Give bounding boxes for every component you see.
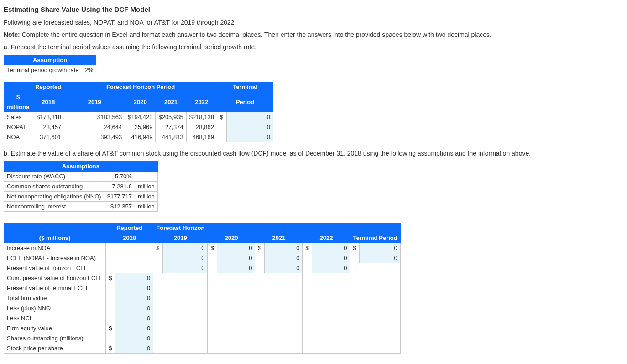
- t3-row-totfirm: Total firm value 0: [4, 293, 401, 303]
- t3-incnoa-term-i[interactable]: 0: [360, 243, 400, 253]
- t3-fcff-2021-i[interactable]: 0: [265, 253, 303, 263]
- t3-totfirm-2018-i[interactable]: 0: [115, 293, 153, 303]
- t3-hdr-col0: ($ millions): [4, 223, 106, 243]
- t3-hdr-terminal: Terminal Period: [350, 223, 400, 243]
- t3-hdr-2020blank: [208, 223, 255, 233]
- note-line: Note: Complete the entire question in Ex…: [4, 30, 623, 40]
- t3-pvhoriz-2019-i[interactable]: 0: [163, 263, 208, 273]
- t1-hdr-horizon: Forecast Horizon Period: [64, 82, 217, 92]
- t3-row-incnoa: Increase in NOA $ 0 $ 0 $ 0 $ 0 $ 0: [4, 243, 401, 253]
- t1-row-nopat: NOPAT 23,457 24,644 25,969 27,374 28,862…: [4, 122, 273, 132]
- part-b-text: b. Estimate the value of a share of AT&T…: [4, 149, 623, 158]
- forecast-table: Reported Forecast Horizon Period Termina…: [4, 82, 273, 142]
- t1-y2021: 2021: [156, 92, 186, 112]
- t3-price-2018-d: $: [106, 343, 115, 354]
- assumptions-header: Assumptions: [4, 161, 158, 172]
- t1-noa-2022: 468,169: [186, 132, 217, 142]
- t3-lessnno-label: Less (plus) NNO: [4, 303, 106, 313]
- assump-wacc-val: 5.70%: [104, 172, 135, 182]
- t1-noa-2020: 416,949: [125, 132, 156, 142]
- t1-noa-2018: 371,601: [32, 132, 64, 142]
- t3-cumpv-label: Cum. present value of horizon FCFF: [4, 273, 106, 283]
- t3-y2022: 2022: [303, 233, 350, 243]
- t3-row-pvterm: Present value of terminal FCFF 0: [4, 283, 401, 293]
- t3-fcff-2019-i[interactable]: 0: [163, 253, 208, 263]
- t1-nopat-2022: 28,862: [186, 122, 217, 132]
- t1-sales-2021: $205,935: [156, 112, 186, 122]
- t3-row-cumpv: Cum. present value of horizon FCFF $ 0: [4, 273, 401, 283]
- assump-nci-label: Noncontrolling interest: [4, 202, 104, 212]
- t3-pvhoriz-2020-i[interactable]: 0: [217, 263, 255, 273]
- t3-row-shares: Shares outstanding (millions) 0: [4, 333, 401, 343]
- t1-y2020: 2020: [125, 92, 156, 112]
- t3-hdr-2021blank: [255, 223, 303, 233]
- t1-col0b: millions: [4, 102, 32, 112]
- t1-hdr-terminal: Terminal: [217, 82, 273, 92]
- t3-equity-label: Firm equity value: [4, 323, 106, 333]
- t3-y2019: 2019: [153, 233, 208, 243]
- t1-hdr-reported: Reported: [32, 82, 64, 92]
- assumption-table: Assumption Terminal period growth rate 2…: [4, 55, 96, 75]
- t3-hdr-reported: Reported: [106, 223, 153, 233]
- t3-shares-2018-i[interactable]: 0: [115, 333, 153, 343]
- t3-lessnci-label: Less NCI: [4, 313, 106, 323]
- t3-incnoa-2021-d: $: [255, 243, 265, 253]
- t3-incnoa-2020-i[interactable]: 0: [217, 243, 255, 253]
- t3-fcff-2022-i[interactable]: 0: [312, 253, 350, 263]
- assump-shares-val: 7,281.6: [104, 182, 135, 192]
- t3-incnoa-2022-d: $: [303, 243, 312, 253]
- t3-y2020: 2020: [208, 233, 255, 243]
- assumption-header: Assumption: [4, 55, 96, 65]
- t1-noa-term-input[interactable]: 0: [226, 132, 273, 142]
- t3-row-lessnno: Less (plus) NNO 0: [4, 303, 401, 313]
- t3-row-price: Stock price per share $ 0: [4, 343, 401, 354]
- t1-nopat-2019: 24,644: [64, 122, 125, 132]
- t3-hdr-2022blank: [303, 223, 350, 233]
- t3-row-lessnci: Less NCI 0: [4, 313, 401, 323]
- t3-totfirm-label: Total firm value: [4, 293, 106, 303]
- t3-incnoa-2022-i[interactable]: 0: [312, 243, 350, 253]
- t1-sales-term-input[interactable]: 0: [226, 112, 273, 122]
- t3-hdr-forecast: Forecast Horizon: [153, 223, 208, 233]
- t3-price-2018-i[interactable]: 0: [115, 343, 153, 354]
- dcf-table: ($ millions) Reported Forecast Horizon T…: [4, 223, 401, 354]
- t3-pvterm-label: Present value of terminal FCFF: [4, 283, 106, 293]
- t1-noa-2019: 393,493: [64, 132, 125, 142]
- t3-cumpv-2018-i[interactable]: 0: [115, 273, 153, 283]
- assump-nci-val: $12,357: [104, 202, 135, 212]
- t1-nopat-label: NOPAT: [4, 122, 32, 132]
- t1-y2019: 2019: [64, 92, 125, 112]
- t3-pvhoriz-2021-i[interactable]: 0: [265, 263, 303, 273]
- t1-sales-2022: $218,138: [186, 112, 217, 122]
- t3-lessnci-2018-i[interactable]: 0: [115, 313, 153, 323]
- t1-row-noa: NOA 371,601 393,493 416,949 441,813 468,…: [4, 132, 273, 142]
- t3-row-pvhoriz: Present value of horizon FCFF 0 0 0 0: [4, 263, 401, 273]
- t3-incnoa-2019-d: $: [153, 243, 163, 253]
- assumption-label: Terminal period growth rate: [4, 65, 82, 75]
- t3-equity-2018-i[interactable]: 0: [115, 323, 153, 333]
- t1-y2022: 2022: [186, 92, 217, 112]
- t1-nopat-term-input[interactable]: 0: [226, 122, 273, 132]
- note-label: Note:: [4, 31, 20, 38]
- assumption-value: 2%: [82, 65, 96, 75]
- t3-fcff-2020-i[interactable]: 0: [217, 253, 255, 263]
- t3-pvterm-2018-i[interactable]: 0: [115, 283, 153, 293]
- t1-period: Period: [217, 92, 273, 112]
- t1-hdr-blank: [4, 82, 32, 92]
- t3-pvhoriz-2022-i[interactable]: 0: [312, 263, 350, 273]
- t3-lessnno-2018-i[interactable]: 0: [115, 303, 153, 313]
- t1-sales-2019: $183,563: [64, 112, 125, 122]
- assump-shares-label: Common shares outstanding: [4, 182, 104, 192]
- t3-y2018: 2018: [106, 233, 153, 243]
- t3-fcff-term-i[interactable]: 0: [360, 253, 400, 263]
- t3-equity-2018-d: $: [106, 323, 115, 333]
- t1-nopat-2020: 25,969: [125, 122, 156, 132]
- t3-incnoa-2021-i[interactable]: 0: [265, 243, 303, 253]
- t1-sales-term-dollar: $: [217, 112, 226, 122]
- t1-noa-term-dollar: [217, 132, 226, 142]
- t3-fcff-label: FCFF (NOPAT - Increase in NOA): [4, 253, 106, 263]
- t3-incnoa-2019-i[interactable]: 0: [163, 243, 208, 253]
- t1-y2018: 2018: [32, 92, 64, 112]
- assump-nno-val: $177,717: [104, 192, 135, 202]
- t3-incnoa-2020-d: $: [208, 243, 217, 253]
